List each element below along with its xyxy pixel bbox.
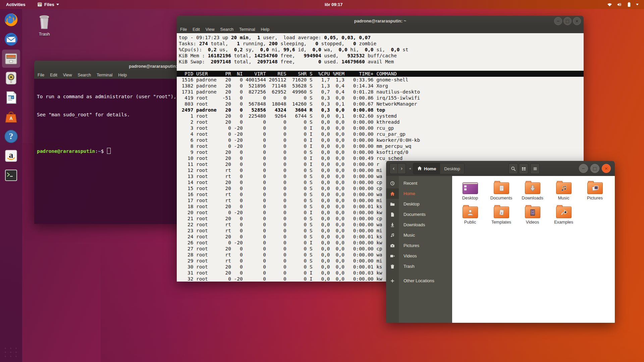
sidebar-item-label: Other Locations (404, 278, 434, 283)
dock-item-amazon[interactable]: a (2, 147, 20, 165)
svg-text:?: ? (9, 131, 13, 141)
grid-item-videos[interactable]: Videos (517, 203, 548, 228)
download-icon (386, 220, 399, 230)
path-scroll-left-icon[interactable]: ◂ (408, 163, 412, 173)
sidebar-item-videos[interactable]: Videos (386, 251, 452, 261)
document-icon (386, 209, 399, 220)
process-table-header: PID USER PR NI VIRT RES SHR S %CPU %MEM … (177, 71, 584, 77)
files-appmenu[interactable]: Files (34, 0, 62, 9)
menu-edit[interactable]: Edit (193, 27, 200, 32)
menu-terminal[interactable]: Terminal (239, 27, 255, 32)
terminal-top-title: padrone@rararasputin: ~ (354, 18, 406, 23)
process-row-1382: 1382 padrone 20 0 521896 71148 53628 S 1… (179, 83, 584, 89)
minimize-button[interactable]: − (554, 17, 562, 25)
dock-item-ubuntu-software[interactable]: A (2, 108, 20, 126)
sidebar-item-other-locations[interactable]: Other Locations (386, 276, 452, 286)
sidebar-item-label: Trash (404, 264, 415, 269)
system-status-area[interactable] (604, 0, 641, 9)
trash-can-icon (38, 14, 51, 30)
firefox-icon (4, 12, 18, 27)
thunderbird-icon (4, 32, 18, 47)
minimize-button[interactable]: − (579, 164, 588, 173)
dock-item-terminal[interactable] (2, 166, 20, 184)
files-headerbar[interactable]: ‹ › ◂ HomeDesktop ▸ − □ × (386, 161, 615, 176)
back-button[interactable]: ‹ (389, 163, 398, 174)
activities-button[interactable]: Activities (3, 0, 29, 9)
sidebar-item-recent[interactable]: Recent (386, 178, 452, 188)
menu-search[interactable]: Search (220, 27, 234, 32)
dock: A?a (0, 9, 22, 362)
top-summary-line-1: top - 09:17:23 up 20 min, 1 user, load a… (179, 35, 584, 41)
dock-item-rhythmbox[interactable] (2, 69, 20, 87)
breadcrumb-home[interactable]: Home (413, 163, 440, 174)
menu-file[interactable]: File (180, 27, 187, 32)
menu-file[interactable]: File (38, 73, 44, 77)
sidebar-item-trash[interactable]: Trash (386, 261, 452, 272)
grid-item-public[interactable]: Public (454, 203, 486, 228)
grid-view-icon (521, 166, 526, 171)
grid-item-desktop[interactable]: Desktop (454, 179, 486, 203)
terminal-top-titlebar[interactable]: padrone@rararasputin: ~ − □ × (177, 16, 584, 26)
view-toggle-button[interactable] (519, 163, 528, 174)
forward-button[interactable]: › (398, 163, 406, 174)
path-scroll-right-icon[interactable]: ▸ (453, 163, 458, 173)
files-app-icon (37, 2, 42, 7)
sidebar-item-documents[interactable]: Documents (386, 209, 452, 220)
process-row-1: 1 root 20 0 225480 9264 6744 S 0,0 0,1 0… (179, 113, 584, 119)
folder-videos-icon (525, 206, 540, 218)
grid-item-pictures[interactable]: Pictures (579, 179, 610, 203)
process-row-10: 10 root 20 0 0 0 0 I 0,0 0,0 0:00.49 rcu… (179, 155, 584, 161)
home-icon (386, 188, 399, 199)
grid-item-label: Examples (554, 220, 573, 225)
folder-documents-icon (494, 182, 509, 194)
grid-item-label: Downloads (522, 195, 543, 200)
camera-icon (386, 240, 399, 251)
menu-search[interactable]: Search (78, 73, 91, 77)
maximize-button[interactable]: □ (564, 17, 572, 25)
menu-terminal[interactable]: Terminal (97, 73, 112, 77)
maximize-button[interactable]: □ (590, 164, 599, 173)
grid-item-music[interactable]: Music (548, 179, 579, 203)
dock-item-files[interactable] (2, 50, 20, 68)
folder-music-icon (556, 182, 572, 194)
desktop-trash-icon[interactable]: Trash (35, 14, 54, 37)
top-bar: Activities Files lör 09:17 (0, 0, 644, 9)
nav-buttons: ‹ › (389, 163, 406, 174)
sidebar-item-desktop[interactable]: Desktop (386, 199, 452, 209)
dock-item-libreoffice-writer[interactable] (2, 88, 20, 107)
close-button[interactable]: × (573, 17, 581, 25)
process-row-2: 2 root 20 0 0 0 0 S 0,0 0,0 0:00.00 kthr… (179, 119, 584, 125)
trash-icon (386, 261, 399, 272)
sidebar-item-label: Documents (404, 212, 426, 217)
top-summary-line-3: %Cpu(s): 0,2 us, 0,2 sy, 0,0 ni, 99,6 id… (179, 47, 584, 53)
window-menu-button[interactable] (530, 163, 540, 174)
sidebar-item-label: Home (404, 191, 415, 196)
process-row-1516: 1516 padrone 20 0 4001544 205112 71620 S… (179, 77, 584, 83)
top-summary-line-4: KiB Mem : 16182196 total, 14254760 free,… (179, 53, 584, 59)
menu-edit[interactable]: Edit (50, 73, 57, 77)
menu-view[interactable]: View (63, 73, 72, 77)
grid-item-label: Public (464, 220, 476, 225)
top-summary-line-2: Tasks: 274 total, 1 running, 200 sleepin… (179, 41, 584, 47)
dock-item-firefox[interactable] (2, 11, 20, 29)
search-button[interactable] (508, 163, 518, 174)
grid-item-label: Videos (526, 220, 539, 225)
sidebar-item-downloads[interactable]: Downloads (386, 220, 452, 230)
grid-item-templates[interactable]: aTemplates (486, 203, 517, 228)
menu-help[interactable]: Help (118, 73, 127, 77)
dock-item-thunderbird[interactable] (2, 30, 20, 48)
close-button[interactable]: × (602, 164, 611, 173)
grid-item-documents[interactable]: Documents (486, 179, 517, 203)
sidebar-item-home[interactable]: Home (386, 188, 452, 199)
grid-item-examples[interactable]: Examples (548, 203, 579, 228)
menu-view[interactable]: View (206, 27, 215, 32)
breadcrumb-desktop[interactable]: Desktop (440, 163, 464, 174)
svg-text:a: a (500, 211, 502, 215)
sidebar-item-music[interactable]: Music (386, 230, 452, 240)
grid-item-downloads[interactable]: Downloads (517, 179, 548, 203)
clock[interactable]: lör 09:17 (321, 0, 346, 9)
sidebar-item-pictures[interactable]: Pictures (386, 240, 452, 251)
music-icon (386, 230, 399, 240)
menu-help[interactable]: Help (261, 27, 269, 32)
dock-item-help[interactable]: ? (2, 127, 20, 145)
